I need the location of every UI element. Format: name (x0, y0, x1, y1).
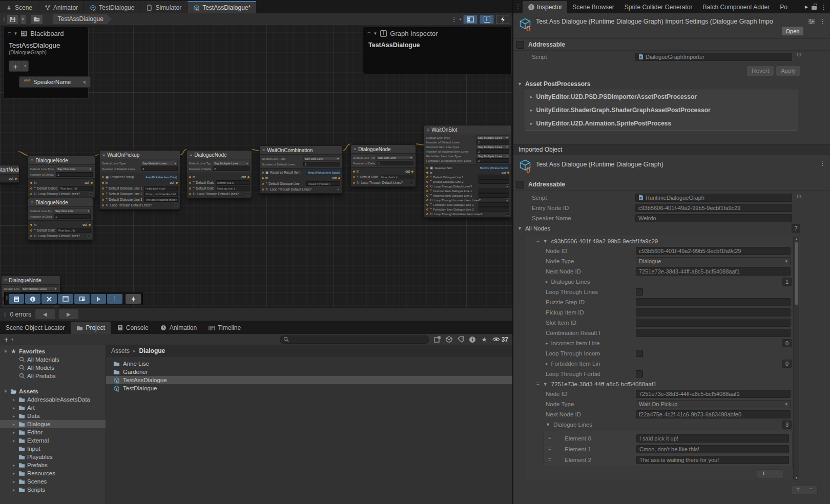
tab-project[interactable]: Project (71, 322, 110, 334)
revert-button[interactable]: Revert (747, 66, 774, 76)
line-port[interactable] (426, 195, 428, 197)
graph-edge[interactable] (95, 155, 99, 155)
drag-handle-icon[interactable]: = (548, 446, 551, 452)
line-port[interactable] (102, 204, 104, 206)
property-field[interactable]: 2 (213, 166, 250, 171)
sidebar-item-art[interactable]: ▸Art (0, 404, 106, 412)
tree-arrow-icon[interactable]: ▸ (11, 430, 16, 435)
drag-handle-icon[interactable]: = (536, 238, 540, 244)
graph-node-dialoguenode[interactable]: ≡DialogueNodeDefault Line TypeSay One Li… (28, 156, 95, 198)
lock-icon[interactable] (812, 6, 817, 10)
postprocessor-item[interactable]: ▸UnityEditor.ShaderGraph.ShaderGraphAsse… (525, 103, 798, 117)
row-field[interactable]: 7251e73e-38d3-44ff-a8c5-bcf54088aaf1 (636, 390, 791, 398)
tabbar-kebab-icon[interactable]: ⋮ (820, 3, 827, 11)
line-field[interactable] (479, 179, 509, 184)
in-port[interactable] (353, 171, 355, 173)
asset-item-anne-lise[interactable]: Anne Lise (106, 360, 512, 368)
element-field[interactable]: I said pick it up! (636, 434, 789, 443)
loop-checkbox[interactable] (89, 192, 93, 196)
array-size-field[interactable]: 1 (782, 278, 792, 286)
line-port[interactable] (426, 181, 428, 183)
line-port[interactable] (4, 307, 6, 308)
tab-batch-component-adder[interactable]: Batch Component Adder (697, 1, 775, 13)
node-collapse-icon[interactable]: ≡ (31, 158, 33, 163)
errorbar-drag-handle[interactable]: ‖ (4, 311, 6, 318)
line-field[interactable]: The ass is waiting there for (144, 197, 178, 202)
graph-node-dialoguenode[interactable]: ≡DialogueNodeDefault Line TypeSay Multip… (186, 150, 252, 198)
sidebar-item-all-prefabs[interactable]: All Prefabs (0, 372, 106, 380)
tree-arrow-icon[interactable]: ▸ (11, 471, 16, 476)
foldout-closed-icon[interactable]: ▸ (530, 108, 533, 113)
drag-handle-icon[interactable]: = (548, 435, 551, 441)
property-field[interactable]: 1 (56, 172, 93, 177)
in-port[interactable] (30, 224, 32, 226)
variable-expander-icon[interactable]: < (83, 79, 86, 85)
foldout-open-icon[interactable]: ▼ (543, 239, 548, 244)
tree-arrow-icon[interactable]: ▸ (11, 438, 16, 443)
line-field[interactable]: I need my meat :) (306, 181, 340, 186)
save-button[interactable] (7, 15, 18, 24)
node-title-bar[interactable]: ≡StartNode (0, 165, 19, 174)
breadcrumb[interactable]: TestAssDialogue (53, 14, 112, 24)
sidebar-item-data[interactable]: ▸Data (0, 412, 106, 420)
property-dropdown[interactable]: Say Multiple Lines (476, 144, 509, 149)
info-icon[interactable]: i (469, 336, 476, 343)
drag-handle-icon[interactable]: = (536, 381, 540, 387)
property-dropdown[interactable]: Say Multiple Lines (476, 154, 509, 158)
line-port[interactable] (102, 187, 104, 190)
tab-scene[interactable]: #Scene (0, 1, 38, 13)
add-variable-dropdown[interactable]: ▾ (22, 60, 29, 72)
line-port[interactable] (426, 176, 428, 178)
line-port[interactable] (262, 172, 264, 174)
out-port[interactable] (338, 177, 340, 179)
tab-animator[interactable]: Animator (38, 1, 84, 13)
search-by-type-icon[interactable] (445, 336, 453, 343)
foldout-closed-icon[interactable]: ▸ (530, 94, 533, 99)
layout-toggle-button[interactable] (74, 294, 90, 304)
graph-edge[interactable] (18, 152, 28, 155)
graph-inspector-drag-handle[interactable]: = (367, 30, 370, 36)
blackboard-drag-handle[interactable]: = (8, 30, 10, 36)
graph-inspector-panel[interactable]: = ▼ i Graph Inspector TestAssDialogue (363, 27, 512, 74)
array-size-field[interactable]: 3 (782, 421, 792, 429)
property-dropdown[interactable]: Say Multiple Lines (21, 286, 58, 291)
row-field[interactable]: c93b5606-401f-49a2-99b5-9ecbf1fa9c29 (635, 204, 792, 212)
row-checkbox[interactable] (636, 350, 643, 357)
line-port[interactable] (262, 183, 264, 185)
tab-testdialogue[interactable]: {}TestDialogue (84, 1, 140, 13)
sidebar-item-dialogue[interactable]: ▸Dialogue (0, 420, 106, 428)
add-node-button[interactable]: + (792, 486, 804, 494)
property-dropdown[interactable]: Say Multiple Lines (141, 161, 178, 165)
save-dropdown-button[interactable]: ▾ (20, 15, 26, 24)
property-dropdown[interactable]: Say One Line (377, 155, 413, 160)
row-field[interactable] (636, 308, 791, 317)
line-port[interactable] (426, 199, 428, 201)
node-section-header[interactable]: =▼7251e73e-38d3-44ff-a8c5-bcf54088aaf1 (525, 379, 800, 389)
node-title-bar[interactable]: ≡WaitOnPickup (100, 151, 180, 159)
node-title-bar[interactable]: ≡WaitOnSlot (424, 125, 511, 134)
script-field[interactable]: # DialogueGraphImporter (635, 53, 792, 61)
tab-simulator[interactable]: Simulator (140, 1, 187, 13)
graph-node-dialoguenode[interactable]: ≡DialogueNodeDefault Line TypeSay One Li… (350, 144, 416, 187)
graph-node-waitoncombination[interactable]: ≡WaitOnCombinationDefault Line TypeSay O… (259, 145, 343, 194)
line-port[interactable] (426, 204, 428, 206)
node-title-bar[interactable]: ≡DialogueNode (28, 156, 95, 165)
line-field[interactable] (479, 193, 509, 198)
sidebar-item-resources[interactable]: ▸Resources (0, 469, 106, 477)
row-field[interactable] (636, 329, 791, 337)
graph-options-dropdown[interactable]: ▾ (459, 17, 461, 22)
create-asset-button[interactable]: + (4, 336, 8, 343)
property-field[interactable]: 3 (141, 166, 178, 171)
line-port[interactable] (353, 176, 355, 178)
property-field[interactable]: 1 (303, 162, 340, 166)
line-port[interactable] (426, 213, 428, 215)
asset-postprocessors-foldout[interactable]: ▼ Asset PostProcessors (513, 78, 830, 90)
line-port[interactable] (30, 229, 32, 232)
favorite-search-icon[interactable]: ★ (481, 336, 488, 343)
property-field[interactable]: 2 (476, 158, 509, 163)
sidebar-item-all-models[interactable]: All Models (0, 364, 106, 372)
more-toggle-button[interactable]: ⋮ (107, 294, 122, 304)
blackboard-variable-speakername[interactable]: ““ SpeakerName < (19, 76, 91, 88)
property-dropdown[interactable]: Say One Line (303, 156, 340, 161)
line-field[interactable]: Nice, that's it (380, 175, 413, 179)
